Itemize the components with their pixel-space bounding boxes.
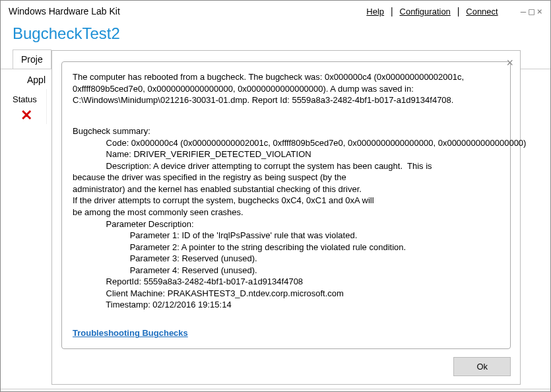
bugcheck-name: Name: DRIVER_VERIFIER_DETECTED_VIOLATION [73,149,311,159]
menu-separator: | [457,6,460,16]
maximize-button[interactable]: □ [529,6,534,16]
param-desc-header: Parameter Description: [73,219,194,229]
app-title: Windows Hardware Lab Kit [9,6,120,16]
tab-apply[interactable]: Appl [13,71,53,89]
param-1: Parameter 1: ID of the 'IrqlPsPassive' r… [73,230,357,240]
timestamp: Timestamp: 02/12/2016 19:15:14 [73,300,232,310]
bugcheck-code: Code: 0x000000c4 (0x000000000002001c, 0x… [73,138,526,148]
param-3: Parameter 3: Reserved (unused). [73,253,257,263]
report-id: ReportId: 5559a8a3-2482-4bf1-b017-a1d913… [73,277,303,286]
titlebar: Windows Hardware Lab Kit Help | Configur… [1,1,550,22]
bugcheck-desc: Description: A device driver attempting … [73,161,432,171]
menu-separator: | [391,6,393,16]
minimize-button[interactable]: — [521,6,526,16]
param-2: Parameter 2: A pointer to the string des… [73,242,406,252]
close-window-button[interactable]: × [537,6,542,16]
param-4: Parameter 4: Reserved (unused). [73,265,257,275]
bugcheck-intro: The computer has rebooted from a bugchec… [73,71,500,106]
fail-icon: ✕ [20,107,46,124]
close-icon[interactable]: × [506,56,513,70]
page-title: BugcheckTest2 [1,22,550,49]
bugcheck-desc: administrator) and the kernel has enable… [73,184,362,194]
status-header: Status [13,94,46,104]
tab-project[interactable]: Proje [13,49,51,69]
bugcheck-desc: If the driver attempts to corrupt the sy… [73,195,374,205]
menu-connect[interactable]: Connect [466,7,498,16]
bugcheck-desc: be among the most commonly seen crashes. [73,207,243,217]
status-column: Status ✕ [1,89,47,124]
bugcheck-summary-title: Bugcheck summary: [73,126,150,136]
menu-help[interactable]: Help [366,7,384,16]
bugcheck-textbox: The computer has rebooted from a bugchec… [61,61,511,349]
menu-configuration[interactable]: Configuration [400,7,451,16]
troubleshooting-link[interactable]: Troubleshooting Bugchecks [73,327,188,339]
client-machine: Client Machine: PRAKASHTEST3_D.ntdev.cor… [73,288,344,298]
bugcheck-dialog: × The computer has rebooted from a bugch… [51,50,521,385]
bugcheck-desc: because the driver was specified in the … [73,172,346,182]
ok-button[interactable]: Ok [453,357,511,376]
window-border [1,389,550,391]
